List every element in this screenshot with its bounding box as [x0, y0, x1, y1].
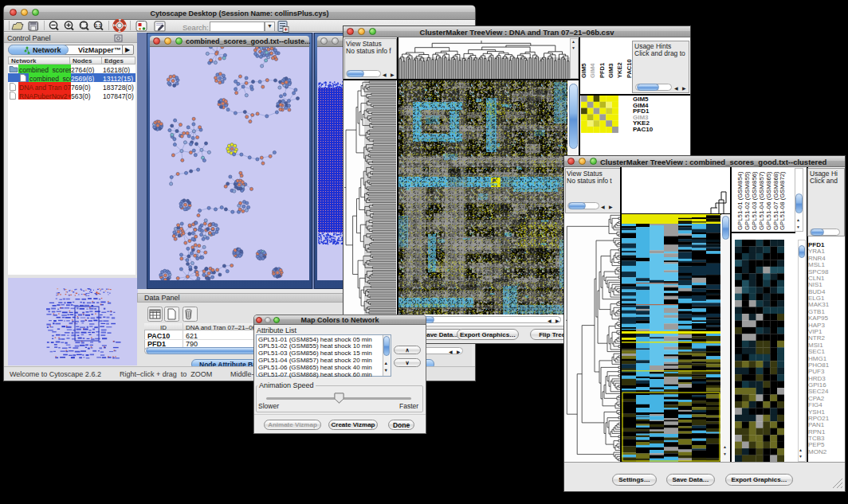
- svg-text:YKE2: YKE2: [616, 62, 623, 78]
- svg-text:GIM5: GIM5: [580, 64, 587, 78]
- svg-text:GPL51-06 (GSM865): GPL51-06 (GSM865): [765, 171, 772, 230]
- svg-text:GIM3: GIM3: [607, 64, 614, 78]
- svg-text:GPL51-07 (GSM868): GPL51-07 (GSM868): [772, 171, 779, 230]
- svg-text:GPL51-03 (GSM856): GPL51-03 (GSM856): [751, 171, 758, 230]
- svg-text:GPL51-04 (GSM857): GPL51-04 (GSM857): [758, 171, 765, 230]
- svg-text:PAC10: PAC10: [626, 59, 633, 78]
- svg-text:GPL51-01 (GSM854): GPL51-01 (GSM854): [736, 171, 744, 230]
- svg-text:GIM4: GIM4: [589, 63, 596, 78]
- svg-text:MON2: MON2: [808, 448, 827, 455]
- svg-text:GPL51-08 (GSM872): GPL51-08 (GSM872): [779, 171, 786, 230]
- svg-text:1:1: 1:1: [95, 23, 101, 28]
- svg-text:PFD1: PFD1: [599, 63, 606, 78]
- svg-text:GPL51-02 (GSM855): GPL51-02 (GSM855): [744, 171, 751, 230]
